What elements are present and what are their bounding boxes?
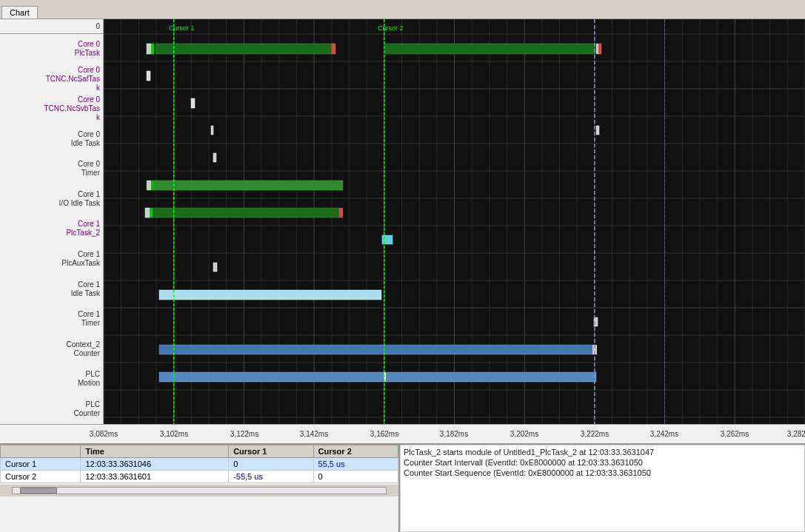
svg-rect-62 — [598, 44, 601, 54]
main-container: 0 Core 0PlcTask Core 0TCNC.NcSafTask Cor… — [0, 19, 805, 532]
cursor2-c2: 0 — [313, 471, 398, 483]
y-axis: 0 Core 0PlcTask Core 0TCNC.NcSafTask Cor… — [0, 19, 104, 424]
y-zero-label: 0 — [96, 22, 100, 30]
svg-rect-67 — [596, 126, 599, 135]
svg-rect-60 — [332, 44, 335, 54]
y-axis-top: 0 — [0, 19, 103, 34]
tab-bar: Chart — [0, 0, 805, 19]
svg-text:Cursor 1: Cursor 1 — [169, 24, 195, 32]
svg-rect-58 — [151, 44, 154, 54]
y-label-core0-plctask: Core 0PlcTask — [0, 34, 103, 64]
cursor2-c1: -55,5 us — [229, 471, 313, 483]
svg-rect-66 — [211, 126, 213, 135]
bottom-panel: Time Cursor 1 Cursor 2 Cursor 1 12:03:33… — [0, 443, 805, 532]
cursor1-label: Cursor 1 — [1, 458, 81, 471]
svg-rect-57 — [147, 44, 151, 54]
y-label-core0-timer: Core 0Timer — [0, 154, 103, 184]
col-header-cursor2: Cursor 2 — [313, 445, 398, 458]
cursor1-c1: 0 — [229, 458, 313, 471]
y-label-core1-plctask2: Core 1PlcTask_2 — [0, 214, 103, 244]
y-label-core1-plcauxtask: Core 1PlcAuxTask — [0, 244, 103, 275]
x-tick-10: 3,282ms — [787, 430, 805, 438]
x-tick-8: 3,242ms — [650, 430, 678, 438]
cursor-table: Time Cursor 1 Cursor 2 Cursor 1 12:03:33… — [0, 445, 400, 532]
x-tick-4: 3,162ms — [370, 430, 398, 438]
svg-rect-64 — [147, 71, 150, 81]
col-header-time: Time — [81, 445, 229, 458]
event-log-item-1: PlcTask_2 starts module of Untitled1_Plc… — [404, 447, 801, 457]
x-tick-1: 3,102ms — [160, 430, 188, 438]
x-tick-5: 3,182ms — [440, 430, 468, 438]
svg-rect-77 — [213, 263, 217, 272]
col-header-empty — [1, 445, 81, 458]
svg-text:Cursor 2: Cursor 2 — [378, 24, 404, 32]
cursor1-time: 12:03:33.3631046 — [81, 458, 229, 471]
y-label-plc-motion: PLCMotion — [0, 364, 103, 394]
svg-rect-68 — [213, 153, 216, 162]
cursor2-label: Cursor 2 — [1, 471, 81, 483]
event-log-item-2: Counter Start Intervall (EventId: 0xE800… — [404, 457, 801, 468]
svg-rect-61 — [385, 44, 600, 54]
event-log-item-3: Counter Start Sequence (EventId: 0xE8000… — [404, 468, 801, 478]
svg-rect-72 — [145, 208, 150, 218]
svg-rect-82 — [159, 372, 596, 382]
x-tick-3: 3,142ms — [300, 430, 328, 438]
svg-rect-71 — [151, 181, 154, 190]
svg-rect-59 — [156, 44, 333, 54]
col-header-cursor1: Cursor 1 — [229, 445, 313, 458]
x-axis: 3,082ms 3,102ms 3,122ms 3,142ms 3,162ms … — [0, 424, 805, 443]
x-tick-6: 3,202ms — [510, 430, 538, 438]
event-log[interactable]: PlcTask_2 starts module of Untitled1_Plc… — [400, 445, 805, 532]
y-label-core1-idle: Core 1Idle Task — [0, 274, 103, 304]
x-tick-2: 3,122ms — [230, 430, 258, 438]
x-tick-0: 3,082ms — [90, 430, 118, 438]
svg-rect-74 — [153, 208, 339, 218]
svg-rect-69 — [147, 181, 343, 190]
y-label-core1-timer: Core 1Timer — [0, 304, 103, 334]
svg-rect-65 — [191, 98, 195, 108]
y-label-core0-ncsvbtas: Core 0TCNC.NcSvbTask — [0, 94, 103, 124]
chart-canvas[interactable]: Cursor 1 Cursor 2 — [104, 19, 805, 424]
x-tick-7: 3,222ms — [581, 430, 609, 438]
x-tick-9: 3,262ms — [721, 430, 749, 438]
y-label-core1-io: Core 1I/O Idle Task — [0, 184, 103, 215]
svg-rect-70 — [147, 181, 151, 190]
chart-area: 0 Core 0PlcTask Core 0TCNC.NcSafTask Cor… — [0, 19, 805, 424]
cursor2-time: 12:03:33.3631601 — [81, 471, 229, 483]
svg-rect-80 — [159, 345, 596, 354]
y-label-plc-counter: PLCCounter — [0, 394, 103, 424]
svg-rect-73 — [150, 208, 153, 218]
svg-rect-78 — [159, 290, 381, 300]
y-label-core0-idle: Core 0Idle Task — [0, 124, 103, 155]
cursor1-c2: 55,5 us — [313, 458, 398, 471]
y-label-core0-ncsaftas: Core 0TCNC.NcSafTask — [0, 64, 103, 95]
tab-chart[interactable]: Chart — [1, 6, 38, 18]
y-label-context2: Context_2Counter — [0, 334, 103, 364]
svg-rect-63 — [596, 44, 598, 54]
svg-rect-75 — [339, 208, 343, 218]
